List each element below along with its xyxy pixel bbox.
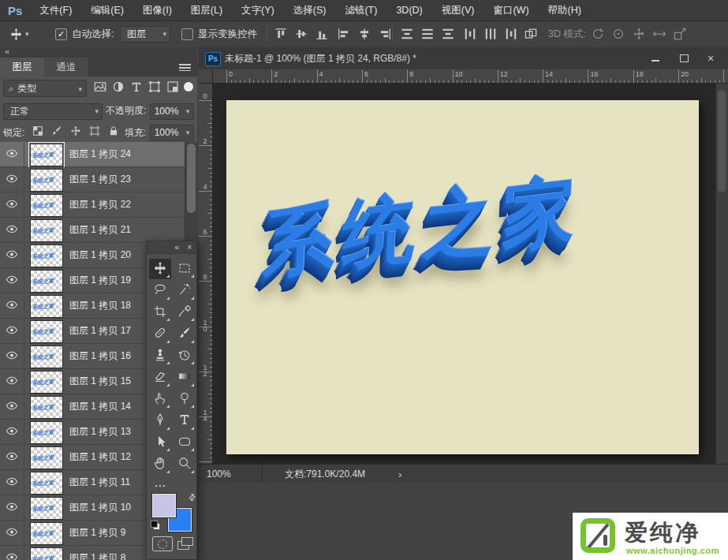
move-tool[interactable] [149,259,171,279]
filter-toggle-icon[interactable] [184,82,193,91]
auto-select-target-dropdown[interactable]: 图层 ▾ [120,26,170,43]
align-vertical-centers-icon[interactable] [293,26,311,43]
dodge-tool[interactable] [174,389,196,409]
3d-rotate-icon[interactable] [590,26,607,43]
layer-visibility-toggle[interactable] [0,142,24,166]
swap-colors-icon[interactable]: ⇄ [186,491,199,504]
menu-item-filter[interactable]: 滤镜(T) [335,5,386,16]
history-brush-tool[interactable] [174,345,196,366]
lock-transparent-pixels-icon[interactable] [32,125,47,140]
layer-thumbnail[interactable]: 系统之家 [30,270,63,293]
layer-visibility-toggle[interactable] [0,293,24,318]
layer-visibility-toggle[interactable] [0,470,24,495]
layer-visibility-toggle[interactable] [0,192,24,217]
layer-visibility-toggle[interactable] [0,344,24,368]
layer-row[interactable]: 系统之家图层 1 拷贝 24 [0,142,185,167]
layer-thumbnail[interactable]: 系统之家 [30,446,63,469]
align-top-edges-icon[interactable] [273,26,290,43]
lock-position-icon[interactable] [69,125,84,140]
menu-item-file[interactable]: 文件(F) [30,5,81,16]
collapse-panel-icon[interactable]: « [5,47,9,56]
align-bottom-edges-icon[interactable] [314,26,331,43]
layer-thumbnail[interactable]: 系统之家 [30,245,63,267]
clone-stamp-tool[interactable] [149,345,171,366]
distribute-right-edges-icon[interactable] [503,26,521,43]
menu-item-window[interactable]: 窗口(W) [483,5,538,16]
hand-tool[interactable] [149,454,171,475]
maximize-button[interactable] [673,50,695,66]
brush-tool[interactable] [174,324,196,345]
minimize-button[interactable] [644,50,666,66]
pen-tool[interactable] [149,411,171,431]
layer-thumbnail[interactable]: 系统之家 [30,396,63,419]
default-colors-icon[interactable] [151,521,160,530]
quick-selection-tool[interactable] [174,281,196,301]
close-icon[interactable]: × [187,242,192,252]
auto-select-checkbox[interactable]: ✓ [55,28,67,40]
layer-row[interactable]: 系统之家图层 1 拷贝 22 [0,192,185,218]
layer-thumbnail[interactable]: 系统之家 [30,320,63,343]
layer-thumbnail[interactable]: 系统之家 [30,144,63,166]
layer-thumbnail[interactable]: 系统之家 [30,522,63,545]
document-scrollbar[interactable] [715,84,728,464]
lock-all-icon[interactable] [107,125,122,140]
layer-thumbnail[interactable]: 系统之家 [30,169,63,192]
layer-thumbnail[interactable]: 系统之家 [30,371,63,394]
blend-mode-dropdown[interactable]: 正常 ▾ [3,103,103,120]
gradient-tool[interactable] [174,368,196,388]
type-layer-filter-icon[interactable] [129,80,145,95]
status-expand-icon[interactable]: › [398,469,401,480]
adjustment-layer-filter-icon[interactable] [111,80,127,95]
layer-visibility-toggle[interactable] [0,369,24,394]
eyedropper-tool[interactable] [174,302,196,323]
pixel-layer-filter-icon[interactable] [93,80,109,95]
layer-thumbnail[interactable]: 系统之家 [30,345,63,368]
menu-item-image[interactable]: 图像(I) [133,5,181,16]
layer-row[interactable]: 系统之家图层 1 拷贝 21 [0,218,185,243]
layer-visibility-toggle[interactable] [0,420,24,444]
show-transform-checkbox[interactable] [181,28,193,40]
layer-thumbnail[interactable]: 系统之家 [30,219,63,242]
menu-item-type[interactable]: 文字(Y) [232,5,284,16]
distribute-horizontal-centers-icon[interactable] [483,26,500,43]
menu-item-layer[interactable]: 图层(L) [181,5,232,16]
layer-visibility-toggle[interactable] [0,319,24,343]
layer-thumbnail[interactable]: 系统之家 [30,472,63,495]
crop-tool[interactable] [149,302,171,323]
document-title-bar[interactable]: Ps 未标题-1 @ 100% (图层 1 拷贝 24, RGB/8#) * × [199,47,728,70]
layer-visibility-toggle[interactable] [0,546,24,560]
close-button[interactable]: × [700,50,722,66]
menu-item-view[interactable]: 视图(V) [432,5,484,16]
rounded-rectangle-tool[interactable] [174,432,196,453]
menu-item-3d[interactable]: 3D(D) [386,5,431,16]
screen-mode-button[interactable] [176,536,195,550]
opacity-dropdown-icon[interactable]: ▾ [182,103,194,120]
distribute-vertical-centers-icon[interactable] [420,26,437,43]
layer-visibility-toggle[interactable] [0,521,24,545]
tab-layers[interactable]: 图层 [0,58,44,77]
align-horizontal-centers-icon[interactable] [357,26,374,43]
lock-artboard-icon[interactable] [88,125,103,140]
layer-visibility-toggle[interactable] [0,268,24,293]
layer-thumbnail[interactable]: 系统之家 [30,421,63,444]
layer-thumbnail[interactable]: 系统之家 [30,295,63,318]
spot-healing-brush-tool[interactable] [149,324,171,345]
distribute-bottom-edges-icon[interactable] [440,26,457,43]
layer-visibility-toggle[interactable] [0,167,24,192]
3d-slide-icon[interactable] [651,26,669,43]
menu-item-edit[interactable]: 编辑(E) [81,5,133,16]
smart-object-filter-icon[interactable] [166,80,181,95]
3d-roll-icon[interactable] [610,26,628,43]
shape-layer-filter-icon[interactable] [147,80,163,95]
panel-menu-icon[interactable] [179,64,191,71]
3d-scale-icon[interactable] [672,26,689,43]
layer-visibility-toggle[interactable] [0,394,24,419]
layer-visibility-toggle[interactable] [0,495,24,520]
foreground-color-swatch[interactable] [152,494,176,517]
lock-image-pixels-icon[interactable] [50,125,65,140]
type-tool[interactable] [174,411,196,431]
lasso-tool[interactable] [149,281,171,301]
layer-thumbnail[interactable]: 系统之家 [30,194,63,217]
layer-visibility-toggle[interactable] [0,243,24,267]
zoom-level-field[interactable]: 100% [199,465,263,483]
